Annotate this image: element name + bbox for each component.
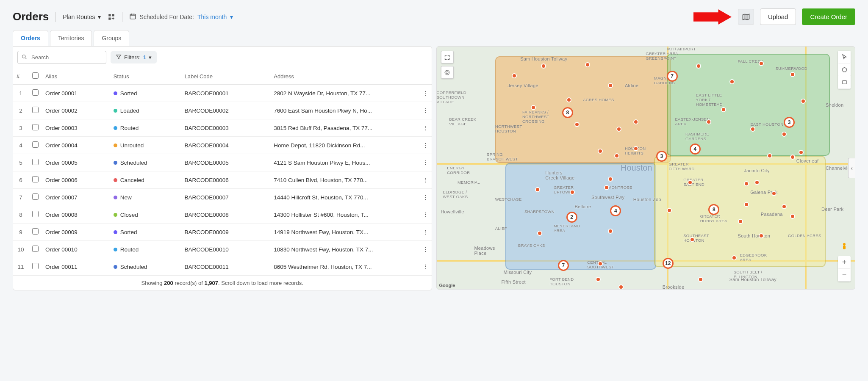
map-cursor-tool[interactable]	[838, 51, 851, 64]
row-checkbox[interactable]	[32, 246, 39, 252]
map-cluster-marker[interactable]: 12	[663, 258, 674, 269]
map-canvas[interactable]: Houston Jersey VillageAldineFALL CREEKSU…	[437, 47, 855, 289]
zoom-in-button[interactable]: +	[838, 256, 851, 269]
map-collapse-handle[interactable]: ‹	[848, 158, 855, 178]
row-checkbox[interactable]	[32, 141, 39, 148]
tab-orders[interactable]: Orders	[13, 30, 48, 46]
create-order-button[interactable]: Create Order	[802, 8, 855, 25]
row-checkbox[interactable]	[32, 263, 39, 269]
map-marker[interactable]	[744, 202, 749, 207]
search-input[interactable]	[17, 51, 106, 64]
map-cluster-marker[interactable]: 8	[562, 107, 573, 118]
map-marker[interactable]	[667, 208, 672, 213]
map-marker[interactable]	[690, 237, 695, 242]
row-menu-button[interactable]: ⋮	[419, 85, 432, 102]
row-checkbox[interactable]	[32, 159, 39, 165]
map-place-label: SHARPSTOWN	[524, 209, 555, 214]
map-polygon-tool[interactable]	[838, 64, 851, 76]
zoom-out-button[interactable]: −	[838, 269, 851, 282]
row-checkbox[interactable]	[32, 107, 39, 113]
map-marker[interactable]	[574, 122, 580, 127]
map-panel[interactable]: Houston Jersey VillageAldineFALL CREEKSU…	[436, 46, 856, 290]
col-label[interactable]: Label Code	[181, 68, 271, 85]
table-row[interactable]: 9Order 00009SortedBARCODE0000914919 Nort…	[13, 224, 432, 241]
pegman-icon[interactable]	[838, 241, 850, 253]
plan-routes-dropdown[interactable]: Plan Routes ▾	[63, 14, 100, 20]
map-marker[interactable]	[801, 99, 806, 104]
row-menu-button[interactable]: ⋮	[419, 119, 432, 137]
row-menu-button[interactable]: ⋮	[419, 189, 432, 206]
table-row[interactable]: 5Order 00005ScheduledBARCODE000054121 S …	[13, 154, 432, 171]
table-row[interactable]: 10Order 00010RoutedBARCODE0001010830 Nor…	[13, 241, 432, 258]
map-marker[interactable]	[759, 233, 764, 238]
scheduled-date-filter[interactable]: Scheduled For Date: This month ▾	[129, 13, 233, 21]
row-address: 14440 Hillcroft St, Houston, TX 770...	[270, 189, 419, 206]
map-cluster-marker[interactable]: 2	[566, 212, 577, 223]
map-marker[interactable]	[790, 155, 795, 160]
map-marker[interactable]	[732, 255, 737, 260]
map-fullscreen-button[interactable]	[441, 51, 454, 64]
map-marker[interactable]	[535, 187, 540, 192]
select-all-checkbox[interactable]	[32, 72, 39, 79]
filters-button[interactable]: Filters: 1 ▾	[111, 51, 157, 64]
col-status[interactable]: Status	[110, 68, 181, 85]
upload-button[interactable]: Upload	[760, 8, 796, 25]
row-checkbox[interactable]	[32, 89, 39, 96]
row-checkbox[interactable]	[32, 228, 39, 235]
col-alias[interactable]: Alias	[42, 68, 110, 85]
map-territory[interactable]	[654, 156, 826, 268]
route-templates-icon[interactable]	[108, 13, 115, 21]
map-marker[interactable]	[782, 132, 787, 137]
col-num[interactable]: #	[13, 68, 28, 85]
map-marker[interactable]	[696, 64, 701, 69]
row-checkbox[interactable]	[32, 193, 39, 200]
row-menu-button[interactable]: ⋮	[419, 102, 432, 119]
map-cluster-marker[interactable]: 4	[690, 144, 701, 155]
tab-groups[interactable]: Groups	[94, 30, 129, 46]
row-menu-button[interactable]: ⋮	[419, 258, 432, 276]
map-marker[interactable]	[604, 185, 609, 190]
col-address[interactable]: Address	[270, 68, 419, 85]
row-menu-button[interactable]: ⋮	[419, 241, 432, 258]
map-marker[interactable]	[799, 150, 804, 155]
map-cluster-marker[interactable]: 7	[558, 260, 569, 271]
map-marker[interactable]	[608, 177, 613, 182]
map-marker[interactable]	[570, 190, 575, 195]
table-row[interactable]: 11Order 00011ScheduledBARCODE000118605 W…	[13, 258, 432, 276]
map-cluster-marker[interactable]: 7	[667, 71, 678, 82]
map-marker[interactable]	[633, 119, 638, 124]
row-menu-button[interactable]: ⋮	[419, 154, 432, 171]
map-marker[interactable]	[537, 231, 542, 236]
map-marker[interactable]	[790, 72, 795, 77]
map-toggle-button[interactable]	[738, 9, 754, 25]
map-marker[interactable]	[566, 97, 571, 102]
map-marker[interactable]	[771, 191, 776, 196]
table-row[interactable]: 6Order 00006CanceledBARCODE000067410 Cul…	[13, 171, 432, 189]
row-menu-button[interactable]: ⋮	[419, 224, 432, 241]
table-row[interactable]: 7Order 00007NewBARCODE0000714440 Hillcro…	[13, 189, 432, 206]
table-row[interactable]: 8Order 00008ClosedBARCODE0000814300 Holl…	[13, 206, 432, 224]
row-menu-button[interactable]: ⋮	[419, 171, 432, 189]
table-row[interactable]: 2Order 00002LoadedBARCODE000027600 East …	[13, 102, 432, 119]
map-marker[interactable]	[767, 153, 772, 158]
row-checkbox[interactable]	[32, 176, 39, 182]
map-marker[interactable]	[531, 105, 536, 110]
map-marker[interactable]	[633, 146, 638, 151]
table-row[interactable]: 1Order 00001SortedBARCODE000012802 N Way…	[13, 85, 432, 102]
map-territory[interactable]	[505, 163, 656, 270]
map-marker[interactable]	[698, 277, 703, 282]
map-settings-button[interactable]	[441, 66, 454, 79]
tab-territories[interactable]: Territories	[50, 30, 92, 46]
map-marker[interactable]	[598, 149, 603, 154]
table-row[interactable]: 3Order 00003RoutedBARCODE000033815 Red B…	[13, 119, 432, 137]
row-menu-button[interactable]: ⋮	[419, 206, 432, 224]
map-marker[interactable]	[738, 219, 743, 224]
table-row[interactable]: 4Order 00004UnroutedBARCODE00004Home Dep…	[13, 137, 432, 154]
row-checkbox[interactable]	[32, 211, 39, 217]
map-marker[interactable]	[596, 277, 601, 282]
map-marker[interactable]	[598, 261, 603, 266]
row-checkbox[interactable]	[32, 124, 39, 130]
map-rectangle-tool[interactable]	[838, 76, 851, 89]
row-menu-button[interactable]: ⋮	[419, 137, 432, 154]
map-marker[interactable]	[618, 284, 624, 290]
